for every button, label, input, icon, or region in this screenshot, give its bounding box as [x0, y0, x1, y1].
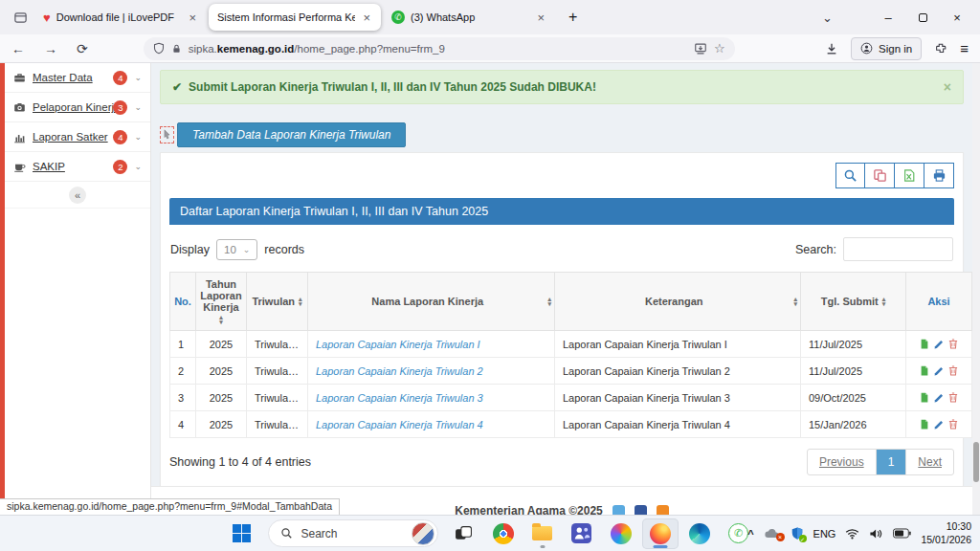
rss-icon[interactable] — [657, 505, 669, 516]
alert-close-icon[interactable]: × — [944, 79, 951, 95]
twitter-icon[interactable] — [612, 505, 625, 516]
delete-trash-icon[interactable] — [947, 391, 959, 404]
security-shield-button[interactable]: ✓ — [791, 526, 804, 540]
view-file-icon[interactable] — [919, 338, 930, 350]
edit-pencil-icon[interactable] — [933, 419, 945, 430]
wifi-icon[interactable] — [845, 528, 859, 540]
tab-sipka[interactable]: Sistem Informasi Performa Kemente × — [209, 4, 381, 31]
sidebar-item-sakip[interactable]: SAKIP 2 ⌄ — [5, 152, 150, 182]
tab-ilovepdf[interactable]: ♥ Download file | iLovePDF × — [34, 4, 207, 31]
sidebar-badge: 2 — [113, 160, 127, 174]
view-file-icon[interactable] — [919, 418, 930, 430]
report-link[interactable]: Laporan Capaian Kinerja Triwulan 4 — [316, 419, 483, 430]
sidebar-item-pelaporan-kinerja[interactable]: Pelaporan Kinerja 3 ⌄ — [5, 93, 150, 122]
url-text: sipka.kemenag.go.id/home_page.php?menu=f… — [189, 43, 445, 55]
windows-logo-icon — [233, 524, 252, 543]
print-button[interactable] — [924, 163, 954, 188]
header-no[interactable]: No. — [170, 273, 196, 331]
tab-close-icon[interactable]: × — [361, 11, 372, 25]
firefox-view-button[interactable] — [6, 5, 34, 30]
edge-button[interactable] — [681, 518, 718, 549]
reload-button[interactable]: ⟳ — [77, 41, 88, 56]
tab-close-icon[interactable]: × — [535, 11, 546, 25]
downloads-icon[interactable] — [825, 42, 838, 55]
pagination-next[interactable]: Next — [906, 450, 953, 474]
copy-button[interactable] — [865, 163, 895, 188]
teams-button[interactable] — [564, 518, 600, 549]
language-indicator[interactable]: ENG — [813, 528, 836, 540]
taskbar-search[interactable]: Search — [268, 519, 438, 547]
sidebar-item-master-data[interactable]: Master Data 4 ⌄ — [5, 63, 150, 93]
cell-keterangan: Laporan Capaian Kinerja Triwulan I — [555, 331, 801, 358]
back-button[interactable]: ← — [11, 41, 25, 56]
header-triwulan[interactable]: Triwulan▴▾ — [247, 273, 308, 331]
view-file-icon[interactable] — [919, 364, 930, 377]
file-explorer-button[interactable] — [524, 518, 561, 549]
restore-icon — [919, 13, 927, 22]
report-link[interactable]: Laporan Capaian Kinerja Triwulan 3 — [316, 392, 483, 404]
data-table: No. Tahun Laporan Kinerja▴▾ Triwulan▴▾ N… — [169, 272, 972, 438]
chrome-button[interactable] — [485, 518, 522, 549]
copy-icon — [873, 168, 887, 183]
table-search-button[interactable] — [835, 163, 865, 188]
report-link[interactable]: Laporan Capaian Kinerja Triwulan I — [316, 339, 480, 350]
new-tab-button[interactable]: + — [557, 9, 589, 26]
list-tabs-chevron-icon[interactable]: ⌄ — [822, 11, 833, 25]
header-tahun[interactable]: Tahun Laporan Kinerja▴▾ — [196, 273, 247, 331]
table-search-input[interactable] — [843, 237, 953, 261]
page-scrollbar[interactable] — [972, 63, 980, 515]
scrollbar-thumb[interactable] — [973, 442, 979, 482]
delete-trash-icon[interactable] — [947, 338, 959, 350]
bar-chart-icon — [13, 131, 26, 143]
delete-trash-icon[interactable] — [947, 418, 959, 430]
onedrive-button[interactable]: × — [764, 527, 781, 540]
taskbar-clock[interactable]: 10:30 15/01/2026 — [921, 520, 971, 546]
pagination-previous[interactable]: Previous — [808, 450, 876, 474]
search-highlight-image[interactable] — [412, 522, 434, 545]
view-file-icon[interactable] — [919, 391, 930, 404]
sidebar-item-laporan-satker[interactable]: Laporan Satker 4 ⌄ — [5, 122, 150, 152]
pagination-page-1[interactable]: 1 — [876, 450, 907, 474]
tracking-shield-icon[interactable] — [153, 42, 165, 55]
copilot-button[interactable] — [603, 518, 639, 549]
window-minimize-button[interactable]: – — [871, 11, 905, 25]
table-header-row: No. Tahun Laporan Kinerja▴▾ Triwulan▴▾ N… — [170, 273, 972, 331]
url-prefix: sipka. — [189, 43, 217, 55]
edit-pencil-icon[interactable] — [933, 365, 945, 377]
task-view-button[interactable] — [446, 518, 482, 549]
header-tgl-submit[interactable]: Tgl. Submit▴▾ — [801, 273, 906, 331]
tab-whatsapp[interactable]: ✆ (3) WhatsApp × — [383, 4, 555, 31]
cursor-pointer-icon — [160, 126, 174, 143]
window-restore-button[interactable] — [905, 11, 940, 25]
tray-overflow-chevron-icon[interactable]: ^ — [747, 528, 753, 540]
add-data-button[interactable]: Tambah Data Laporan Kinerja Triwulan — [177, 122, 406, 147]
header-nama[interactable]: Nama Laporan Kinerja▴▾ — [308, 273, 555, 331]
delete-trash-icon[interactable] — [947, 364, 959, 377]
edit-pencil-icon[interactable] — [933, 392, 945, 404]
facebook-icon[interactable] — [635, 505, 647, 516]
sidebar-collapse-button[interactable]: « — [69, 187, 86, 204]
speaker-icon[interactable] — [869, 528, 883, 540]
window-close-button[interactable]: × — [940, 11, 974, 25]
forward-button[interactable]: → — [44, 41, 57, 56]
save-page-icon[interactable] — [694, 42, 707, 55]
firefox-button[interactable] — [642, 518, 679, 549]
sort-icon: ▴▾ — [219, 315, 223, 324]
address-bar[interactable]: sipka.kemenag.go.id/home_page.php?menu=f… — [144, 37, 735, 60]
page-length-select[interactable]: 10 ⌄ — [216, 239, 257, 260]
export-excel-button[interactable] — [895, 163, 924, 188]
extensions-puzzle-icon[interactable] — [934, 42, 947, 55]
sign-in-button[interactable]: Sign in — [851, 37, 922, 60]
menu-hamburger-icon[interactable]: ≡ — [960, 40, 969, 56]
cell-no: 2 — [170, 358, 196, 385]
battery-icon[interactable] — [893, 528, 911, 539]
bookmark-star-icon[interactable]: ☆ — [714, 41, 725, 55]
edit-pencil-icon[interactable] — [933, 339, 945, 350]
header-keterangan[interactable]: Keterangan▴▾ — [555, 273, 801, 331]
start-button[interactable] — [224, 518, 260, 549]
teams-icon — [571, 523, 591, 543]
report-link[interactable]: Laporan Capaian Kinerja Triwulan 2 — [316, 365, 483, 377]
tab-close-icon[interactable]: × — [187, 11, 198, 25]
lock-icon[interactable] — [171, 43, 182, 55]
taskbar-search-label: Search — [301, 527, 403, 540]
